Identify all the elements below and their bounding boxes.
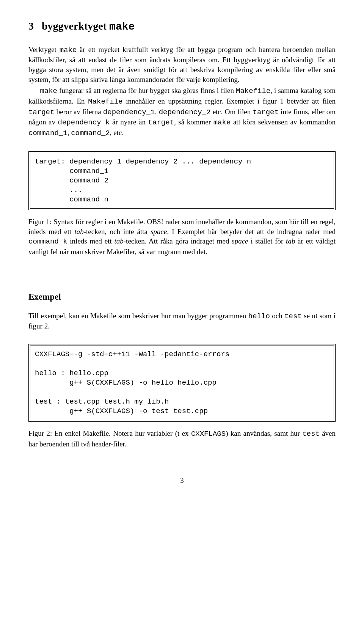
- document-page: 3 byggverktyget make Verktyget make är e…: [0, 0, 364, 500]
- paragraph-1: Verktyget make är ett mycket kraftfullt …: [28, 45, 336, 85]
- figure-2-frame: CXXFLAGS=-g -std=c++11 -Wall -pedantic-e…: [28, 344, 336, 422]
- figure-2-code: CXXFLAGS=-g -std=c++11 -Wall -pedantic-e…: [30, 346, 334, 421]
- exempel-heading: Exempel: [28, 291, 336, 303]
- figure-1-caption: Figur 1: Syntax för regler i en Makefile…: [28, 217, 336, 257]
- section-title-text: byggverktyget: [42, 20, 107, 32]
- section-title-code: make: [109, 21, 135, 33]
- figure-1-code: target: dependency_1 dependency_2 ... de…: [30, 153, 334, 209]
- section-heading: 3 byggverktyget make: [28, 19, 336, 34]
- page-number: 3: [28, 476, 336, 485]
- figure-1-frame: target: dependency_1 dependency_2 ... de…: [28, 151, 336, 210]
- section-number: 3: [28, 20, 34, 32]
- paragraph-2: make fungerar så att reglerna för hur by…: [28, 86, 336, 138]
- figure-2-caption: Figur 2: En enkel Makefile. Notera hur v…: [28, 429, 336, 449]
- exempel-paragraph: Till exempel, kan en Makefile som beskri…: [28, 311, 336, 331]
